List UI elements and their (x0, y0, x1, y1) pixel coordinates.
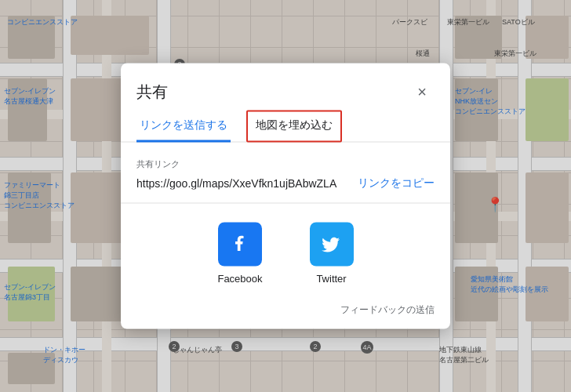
modal-title: 共有 (136, 81, 168, 102)
tab-send-link[interactable]: リンクを送信する (136, 111, 231, 143)
tab-embed-map[interactable]: 地図を埋め込む (246, 111, 342, 143)
link-url: https://goo.gl/maps/XxeVfkn1ujBAbwZLA (136, 177, 348, 190)
link-label: 共有リンク (136, 158, 435, 170)
modal-header: 共有 × (121, 64, 450, 104)
modal-tabs: リンクを送信する 地図を埋め込む (121, 111, 450, 143)
copy-link-button[interactable]: リンクをコピー (358, 176, 435, 191)
social-section: Facebook Twitter (121, 204, 450, 300)
twitter-label: Twitter (316, 273, 346, 285)
facebook-share-item[interactable]: Facebook (217, 223, 262, 285)
facebook-icon (218, 223, 262, 267)
link-section: 共有リンク https://goo.gl/maps/XxeVfkn1ujBAbw… (121, 143, 450, 203)
facebook-label: Facebook (217, 273, 262, 285)
facebook-svg (227, 232, 253, 257)
close-button[interactable]: × (409, 79, 435, 104)
twitter-icon (310, 223, 354, 267)
share-modal: 共有 × リンクを送信する 地図を埋め込む 共有リンク https://goo.… (121, 64, 450, 329)
twitter-svg (319, 232, 344, 257)
feedback-row: フィードバックの送信 (121, 300, 450, 329)
twitter-share-item[interactable]: Twitter (310, 223, 354, 285)
feedback-link[interactable]: フィードバックの送信 (340, 303, 435, 317)
link-row: https://goo.gl/maps/XxeVfkn1ujBAbwZLA リン… (136, 176, 435, 191)
